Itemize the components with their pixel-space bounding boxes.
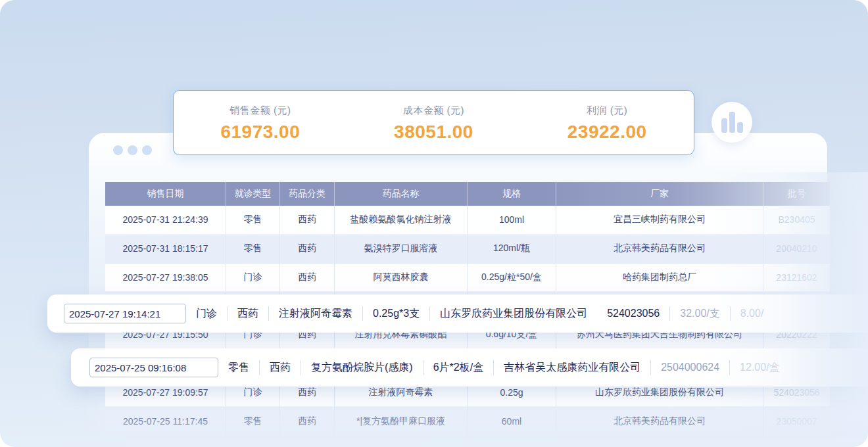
- bar-chart-bar: [721, 118, 727, 133]
- table-row[interactable]: 2025-07-27 19:38:05 门诊 西药 阿莫西林胶囊 0.25g/粒…: [105, 264, 830, 293]
- edit-drug-category: 西药: [260, 361, 301, 375]
- bar-chart-bar: [729, 112, 735, 133]
- cell-spec: 60ml: [468, 407, 556, 436]
- sale-date-input[interactable]: [64, 304, 186, 323]
- edit-spec: 6片*2板/盒: [423, 361, 493, 375]
- edit-sale-price: 32.00/支: [670, 307, 729, 321]
- cell-sale-date: 2025-07-25 11:17:45: [105, 407, 226, 436]
- cell-sale-date: 2025-07-31 18:15:17: [105, 235, 226, 263]
- column-header-sale-date: 销售日期: [105, 182, 226, 206]
- cell-drug-category: 西药: [280, 407, 335, 436]
- table-row[interactable]: 2025-07-31 18:15:17 零售 西药 氨溴特罗口服溶液 120ml…: [105, 235, 830, 264]
- cell-batch-no: 23121602: [763, 264, 830, 292]
- cell-drug-category: 西药: [280, 206, 335, 234]
- cell-visit-type: 零售: [226, 407, 280, 436]
- stat-sales-amount: 销售金额 (元) 61973.00: [174, 103, 347, 143]
- pharmacy-sales-dashboard: 销售金额 (元) 61973.00 成本金额 (元) 38051.00 利润 (…: [0, 0, 868, 447]
- edit-manufacturer: 吉林省吴太感康药业有限公司: [494, 361, 650, 375]
- cell-manufacturer: 北京韩美药品有限公司: [556, 407, 763, 436]
- cell-manufacturer: 哈药集团制药总厂: [556, 264, 763, 292]
- edit-drug-name: 注射液阿奇霉素: [269, 307, 362, 321]
- stat-value: 23922.00: [520, 122, 694, 143]
- cell-batch-no: 23050007: [763, 407, 830, 436]
- edit-sale-price: 12.00/盒: [730, 361, 789, 375]
- cell-spec: 120ml/瓶: [468, 235, 556, 263]
- stat-label: 成本金额 (元): [347, 105, 521, 117]
- window-dot-icon[interactable]: [113, 145, 123, 155]
- cell-batch-no: 20040210: [763, 235, 830, 263]
- cell-manufacturer: 宜昌三峡制药有限公司: [556, 206, 763, 234]
- stat-cost-amount: 成本金额 (元) 38051.00: [347, 103, 521, 143]
- cell-batch-no: B230405: [763, 206, 830, 234]
- table-row[interactable]: 2025-07-25 11:17:45 零售 西药 *|复方氨酚甲麻口服液 60…: [105, 407, 830, 436]
- stat-label: 销售金额 (元): [174, 105, 347, 117]
- edit-spec: 0.25g*3支: [363, 307, 429, 321]
- cell-drug-category: 西药: [280, 264, 335, 292]
- cell-spec: 100ml: [468, 206, 556, 234]
- cell-visit-type: 门诊: [226, 264, 280, 292]
- window-dot-icon[interactable]: [128, 145, 137, 155]
- column-header-spec: 规格: [468, 182, 556, 206]
- column-header-visit-type: 就诊类型: [226, 182, 280, 206]
- sales-summary-card: 销售金额 (元) 61973.00 成本金额 (元) 38051.00 利润 (…: [173, 90, 694, 155]
- table-row[interactable]: 2025-07-31 21:24:39 零售 西药 盐酸赖氨酸氯化钠注射液 10…: [105, 206, 830, 235]
- sale-date-input[interactable]: [89, 358, 218, 377]
- cell-drug-name: 盐酸赖氨酸氯化钠注射液: [335, 206, 468, 234]
- column-header-drug-category: 药品分类: [280, 182, 335, 206]
- cell-drug-category: 西药: [280, 235, 335, 263]
- column-header-manufacturer: 厂家: [556, 182, 763, 206]
- cell-visit-type: 零售: [226, 235, 280, 263]
- edit-cost-price: 8.00/: [731, 308, 774, 319]
- edit-drug-name: 复方氨酚烷胺片(感康): [301, 361, 423, 375]
- edit-visit-type: 零售: [218, 361, 259, 375]
- cell-visit-type: 零售: [226, 206, 280, 234]
- editing-row-card: 零售 西药 复方氨酚烷胺片(感康) 6片*2板/盒 吉林省吴太感康药业有限公司 …: [71, 348, 868, 387]
- bar-chart-bar: [737, 122, 743, 133]
- stat-value: 61973.00: [174, 122, 347, 143]
- cell-drug-name: 阿莫西林胶囊: [335, 264, 468, 292]
- edit-batch-no: 524023056: [597, 308, 669, 319]
- cell-manufacturer: 北京韩美药品有限公司: [556, 235, 763, 263]
- cell-drug-name: *|复方氨酚甲麻口服液: [335, 407, 468, 436]
- bar-chart-icon[interactable]: [711, 102, 752, 143]
- edit-manufacturer: 山东罗欣药业集团股份有限公司: [430, 307, 597, 321]
- column-header-drug-name: 药品名称: [335, 182, 468, 206]
- cell-spec: 0.25g/粒*50/盒: [468, 264, 556, 292]
- stat-value: 38051.00: [347, 122, 521, 143]
- cell-sale-date: 2025-07-31 21:24:39: [105, 206, 226, 234]
- cell-drug-name: 氨溴特罗口服溶液: [335, 235, 468, 263]
- window-control-dots: [113, 145, 152, 155]
- edit-drug-category: 西药: [228, 307, 268, 321]
- column-header-batch-no: 批号: [763, 182, 830, 206]
- cell-sale-date: 2025-07-27 19:38:05: [105, 264, 226, 292]
- edit-batch-no: 2504000624: [651, 362, 729, 373]
- stat-profit: 利润 (元) 23922.00: [520, 103, 694, 143]
- stat-label: 利润 (元): [520, 105, 694, 117]
- edit-visit-type: 门诊: [186, 307, 227, 321]
- table-header-row: 销售日期 就诊类型 药品分类 药品名称 规格 厂家 批号: [105, 182, 830, 206]
- window-dot-icon[interactable]: [142, 145, 152, 155]
- editing-row-card: 门诊 西药 注射液阿奇霉素 0.25g*3支 山东罗欣药业集团股份有限公司 52…: [47, 294, 868, 333]
